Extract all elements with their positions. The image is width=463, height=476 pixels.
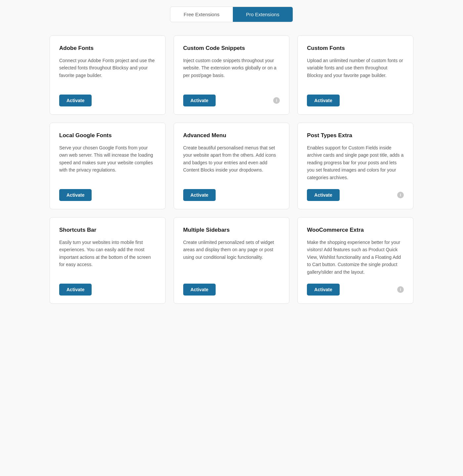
card-post-types-extra: Post Types ExtraEnables support for Cust… [297,123,413,209]
card-footer-multiple-sidebars: Activate [183,284,280,296]
card-description-shortcuts-bar: Easily turn your websites into mobile fi… [59,239,156,276]
card-footer-adobe-fonts: Activate [59,95,156,106]
card-title-custom-code-snippets: Custom Code Snippets [183,45,280,52]
card-description-advanced-menu: Create beautiful personalised menus that… [183,144,280,181]
info-icon-post-types-extra[interactable]: i [397,192,404,198]
card-description-multiple-sidebars: Create unlimited personalized sets of wi… [183,239,280,276]
card-description-local-google-fonts: Serve your chosen Google Fonts from your… [59,144,156,181]
activate-button-adobe-fonts[interactable]: Activate [59,95,92,106]
activate-button-custom-code-snippets[interactable]: Activate [183,95,216,106]
cards-grid: Adobe FontsConnect your Adobe Fonts proj… [50,35,413,304]
card-footer-advanced-menu: Activate [183,189,280,201]
card-title-adobe-fonts: Adobe Fonts [59,45,156,52]
tab-pro-extensions[interactable]: Pro Extensions [233,7,293,22]
card-description-custom-code-snippets: Inject custom code snippets throughout y… [183,57,280,87]
card-advanced-menu: Advanced MenuCreate beautiful personalis… [174,123,290,209]
card-title-custom-fonts: Custom Fonts [307,45,404,52]
card-footer-local-google-fonts: Activate [59,189,156,201]
activate-button-advanced-menu[interactable]: Activate [183,189,216,201]
card-footer-post-types-extra: Activatei [307,189,404,201]
card-multiple-sidebars: Multiple SidebarsCreate unlimited person… [174,217,290,304]
activate-button-shortcuts-bar[interactable]: Activate [59,284,92,296]
card-title-advanced-menu: Advanced Menu [183,132,280,139]
card-title-shortcuts-bar: Shortcuts Bar [59,227,156,233]
card-description-post-types-extra: Enables support for Custom Fields inside… [307,144,404,181]
card-title-local-google-fonts: Local Google Fonts [59,132,156,139]
card-custom-fonts: Custom FontsUpload an unlimited number o… [297,35,413,115]
card-title-post-types-extra: Post Types Extra [307,132,404,139]
activate-button-woocommerce-extra[interactable]: Activate [307,284,339,296]
card-footer-shortcuts-bar: Activate [59,284,156,296]
activate-button-multiple-sidebars[interactable]: Activate [183,284,216,296]
card-footer-custom-fonts: Activate [307,95,404,106]
tab-bar: Free Extensions Pro Extensions [13,7,450,22]
activate-button-local-google-fonts[interactable]: Activate [59,189,92,201]
card-shortcuts-bar: Shortcuts BarEasily turn your websites i… [50,217,166,304]
card-description-woocommerce-extra: Make the shopping experience better for … [307,239,404,276]
info-icon-custom-code-snippets[interactable]: i [273,97,280,104]
tab-free-extensions[interactable]: Free Extensions [170,7,232,22]
card-local-google-fonts: Local Google FontsServe your chosen Goog… [50,123,166,209]
card-description-adobe-fonts: Connect your Adobe Fonts project and use… [59,57,156,87]
card-title-multiple-sidebars: Multiple Sidebars [183,227,280,233]
activate-button-post-types-extra[interactable]: Activate [307,189,339,201]
info-icon-woocommerce-extra[interactable]: i [397,286,404,293]
card-adobe-fonts: Adobe FontsConnect your Adobe Fonts proj… [50,35,166,115]
tab-container: Free Extensions Pro Extensions [170,7,293,22]
card-title-woocommerce-extra: WooCommerce Extra [307,227,404,233]
card-custom-code-snippets: Custom Code SnippetsInject custom code s… [174,35,290,115]
card-footer-custom-code-snippets: Activatei [183,95,280,106]
card-woocommerce-extra: WooCommerce ExtraMake the shopping exper… [297,217,413,304]
card-footer-woocommerce-extra: Activatei [307,284,404,296]
card-description-custom-fonts: Upload an unlimited number of custom fon… [307,57,404,87]
activate-button-custom-fonts[interactable]: Activate [307,95,339,106]
